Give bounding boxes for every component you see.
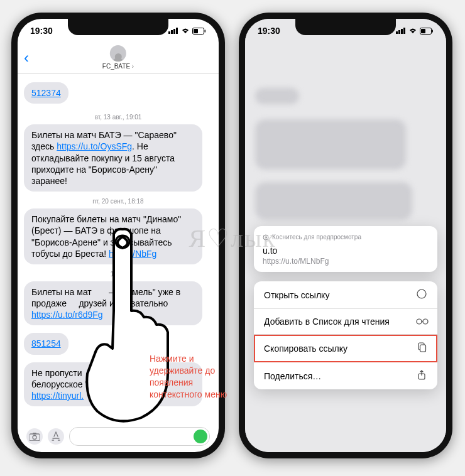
instruction-caption: Нажмите и удерживайте до появления конте… [150, 353, 238, 401]
url-link[interactable]: https://u.to/OysSFg [57, 141, 132, 151]
message-bubble[interactable]: Билеты на мат — "Гомель" уже в продаже д… [24, 281, 202, 326]
back-button[interactable]: ‹ [24, 49, 29, 67]
svg-rect-1 [171, 30, 173, 34]
url-link[interactable]: https://tinyurl. [31, 391, 84, 401]
send-button[interactable] [194, 430, 207, 443]
message-input[interactable] [69, 427, 210, 446]
svg-rect-11 [396, 31, 398, 34]
svg-rect-7 [30, 434, 40, 441]
svg-point-21 [423, 319, 428, 324]
menu-reading-list[interactable]: Добавить в Список для чтения [254, 309, 437, 335]
appstore-icon[interactable] [48, 428, 64, 445]
svg-rect-14 [403, 28, 405, 34]
message-input-bar [26, 427, 210, 446]
svg-rect-9 [33, 433, 36, 435]
preview-domain: u.to [263, 246, 429, 256]
message-bubble[interactable]: Покупайте билеты на матч "Динамо" (Брест… [24, 208, 202, 264]
svg-rect-5 [205, 30, 206, 32]
share-icon [416, 370, 427, 382]
link-preview-card[interactable]: Коснитесь для предпросмотра u.to https:/… [254, 226, 437, 272]
svg-rect-2 [173, 29, 175, 34]
svg-rect-17 [421, 29, 425, 33]
svg-point-19 [417, 289, 426, 298]
copy-icon [416, 342, 427, 354]
svg-point-8 [33, 435, 36, 439]
phone-link[interactable]: 851254 [31, 338, 61, 349]
status-time: 19:30 [30, 26, 53, 36]
message-bubble[interactable]: 851254 [24, 333, 68, 354]
svg-point-20 [417, 319, 422, 324]
svg-rect-13 [401, 29, 403, 34]
status-time: 19:30 [258, 26, 280, 36]
date-separator: 18:01 [24, 271, 212, 278]
url-link[interactable]: https://u.to/r6d9Fg [31, 310, 103, 320]
svg-rect-3 [176, 28, 178, 34]
status-icons [168, 28, 206, 35]
compass-icon [416, 289, 427, 301]
message-bubble[interactable]: 512374 [24, 82, 68, 104]
menu-share[interactable]: Поделиться… [254, 362, 437, 389]
svg-rect-6 [194, 29, 198, 33]
url-link[interactable]: https:// [109, 249, 135, 259]
camera-icon[interactable] [26, 428, 43, 445]
context-menu: Открыть ссылку Добавить в Список для чте… [254, 281, 437, 389]
message-bubble[interactable]: Билеты на матч БАТЭ — "Сараево" здесь ht… [24, 124, 202, 192]
notch [295, 19, 396, 35]
contact-name: FC_BATE [102, 63, 134, 70]
preview-url: https://u.to/MLNbFg [263, 257, 429, 266]
svg-rect-12 [398, 30, 400, 34]
status-icons [396, 28, 434, 35]
menu-copy-link[interactable]: Скопировать ссылку [254, 335, 437, 362]
notch [68, 19, 168, 35]
svg-rect-23 [420, 345, 426, 352]
phone-link[interactable]: 512374 [31, 88, 61, 98]
preview-tap-hint: Коснитесь для предпросмотра [263, 234, 429, 241]
menu-open-link[interactable]: Открыть ссылку [254, 281, 437, 309]
svg-rect-16 [432, 30, 434, 32]
svg-rect-0 [168, 31, 170, 34]
date-separator: вт, 13 авг., 19:01 [24, 114, 212, 121]
date-separator: пт, 20 сент., 18:18 [24, 198, 212, 205]
glasses-icon [416, 316, 427, 327]
contact-header[interactable]: FC_BATE [102, 45, 134, 70]
nav-bar: ‹ FC_BATE [18, 43, 219, 73]
phone-right: 19:30 Коснитесь для предпросмотра u.to h… [239, 13, 452, 458]
